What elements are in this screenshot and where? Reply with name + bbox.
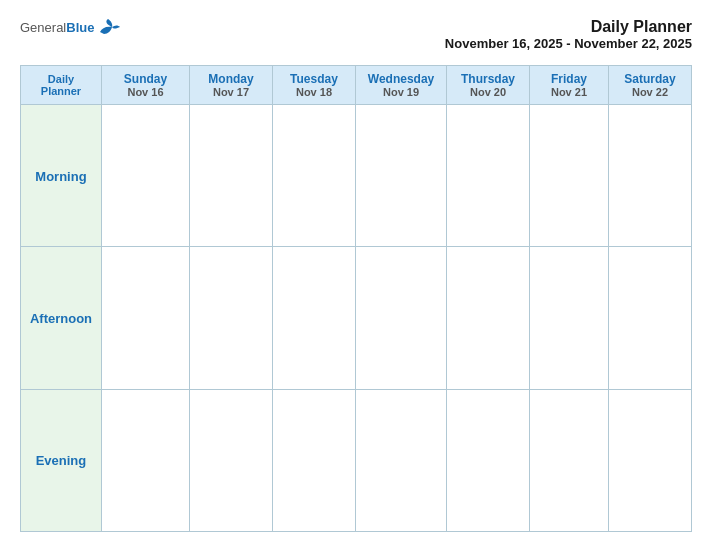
- afternoon-label-cell: Afternoon: [21, 247, 102, 389]
- evening-monday-cell[interactable]: [190, 389, 273, 531]
- morning-row: Morning: [21, 105, 692, 247]
- col-header-wednesday: Wednesday Nov 19: [355, 66, 446, 105]
- header-row: Daily Planner Sunday Nov 16 Monday Nov 1…: [21, 66, 692, 105]
- afternoon-sunday-cell[interactable]: [101, 247, 189, 389]
- friday-date: Nov 21: [534, 86, 604, 98]
- logo-blue: Blue: [66, 20, 94, 35]
- morning-saturday-cell[interactable]: [608, 105, 691, 247]
- monday-date: Nov 17: [194, 86, 268, 98]
- afternoon-friday-cell[interactable]: [530, 247, 609, 389]
- afternoon-row: Afternoon: [21, 247, 692, 389]
- afternoon-saturday-cell[interactable]: [608, 247, 691, 389]
- morning-sunday-cell[interactable]: [101, 105, 189, 247]
- page: GeneralBlue Daily Planner November 16, 2…: [0, 0, 712, 550]
- logo-bird-icon: [98, 18, 120, 36]
- col-header-thursday: Thursday Nov 20: [447, 66, 530, 105]
- saturday-label: Saturday: [613, 72, 687, 86]
- col-header-friday: Friday Nov 21: [530, 66, 609, 105]
- morning-monday-cell[interactable]: [190, 105, 273, 247]
- morning-label-cell: Morning: [21, 105, 102, 247]
- wednesday-date: Nov 19: [360, 86, 442, 98]
- morning-thursday-cell[interactable]: [447, 105, 530, 247]
- col-header-tuesday: Tuesday Nov 18: [272, 66, 355, 105]
- evening-row: Evening: [21, 389, 692, 531]
- evening-tuesday-cell[interactable]: [272, 389, 355, 531]
- tuesday-label: Tuesday: [277, 72, 351, 86]
- friday-label: Friday: [534, 72, 604, 86]
- col-header-saturday: Saturday Nov 22: [608, 66, 691, 105]
- col-header-monday: Monday Nov 17: [190, 66, 273, 105]
- evening-sunday-cell[interactable]: [101, 389, 189, 531]
- col-header-planner: Daily Planner: [21, 66, 102, 105]
- saturday-date: Nov 22: [613, 86, 687, 98]
- evening-label: Evening: [36, 453, 87, 468]
- sunday-label: Sunday: [106, 72, 185, 86]
- wednesday-label: Wednesday: [360, 72, 442, 86]
- afternoon-monday-cell[interactable]: [190, 247, 273, 389]
- afternoon-label: Afternoon: [30, 311, 92, 326]
- sunday-date: Nov 16: [106, 86, 185, 98]
- planner-label-bottom: Planner: [25, 85, 97, 97]
- afternoon-tuesday-cell[interactable]: [272, 247, 355, 389]
- morning-tuesday-cell[interactable]: [272, 105, 355, 247]
- monday-label: Monday: [194, 72, 268, 86]
- afternoon-wednesday-cell[interactable]: [355, 247, 446, 389]
- logo-general: General: [20, 20, 66, 35]
- thursday-label: Thursday: [451, 72, 525, 86]
- title-area: Daily Planner November 16, 2025 - Novemb…: [445, 18, 692, 51]
- planner-title: Daily Planner: [445, 18, 692, 36]
- evening-thursday-cell[interactable]: [447, 389, 530, 531]
- tuesday-date: Nov 18: [277, 86, 351, 98]
- planner-label-top: Daily: [25, 73, 97, 85]
- evening-wednesday-cell[interactable]: [355, 389, 446, 531]
- col-header-sunday: Sunday Nov 16: [101, 66, 189, 105]
- morning-wednesday-cell[interactable]: [355, 105, 446, 247]
- planner-dates: November 16, 2025 - November 22, 2025: [445, 36, 692, 51]
- morning-friday-cell[interactable]: [530, 105, 609, 247]
- logo: GeneralBlue: [20, 18, 120, 36]
- thursday-date: Nov 20: [451, 86, 525, 98]
- morning-label: Morning: [35, 169, 86, 184]
- evening-friday-cell[interactable]: [530, 389, 609, 531]
- calendar-table: Daily Planner Sunday Nov 16 Monday Nov 1…: [20, 65, 692, 532]
- header: GeneralBlue Daily Planner November 16, 2…: [20, 18, 692, 51]
- evening-saturday-cell[interactable]: [608, 389, 691, 531]
- afternoon-thursday-cell[interactable]: [447, 247, 530, 389]
- evening-label-cell: Evening: [21, 389, 102, 531]
- logo-text: GeneralBlue: [20, 18, 94, 36]
